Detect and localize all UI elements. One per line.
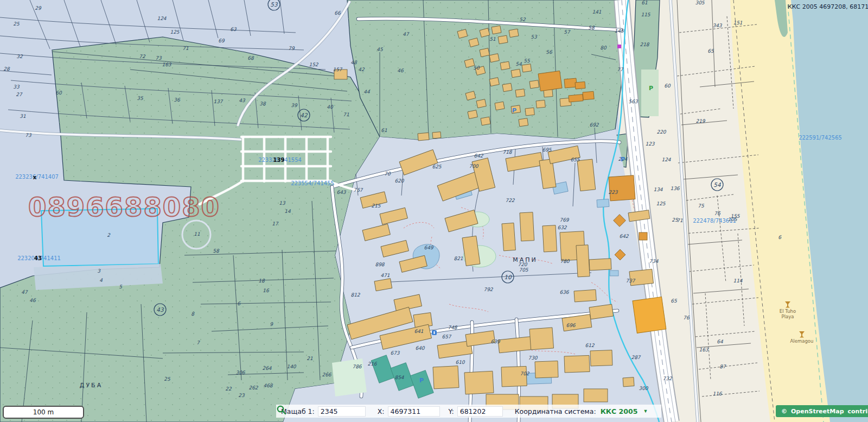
parcel-number-label: 79	[288, 46, 295, 51]
parcel-number-label: 732	[662, 376, 672, 381]
parcel-number-label: 215	[371, 203, 381, 209]
parcel-number-label: 737	[626, 278, 635, 284]
parcel-number-label: 44	[363, 89, 370, 95]
parcel-number-label: 11	[194, 231, 200, 237]
parcel-number-label: 63	[230, 27, 237, 32]
parcel-number-label: 306	[235, 370, 245, 375]
parcel-number-label: 151	[733, 20, 742, 26]
parcel-number-label: 14	[284, 209, 291, 214]
parcel-number-label: 22	[225, 386, 232, 392]
magenta-marker	[617, 45, 621, 48]
parcel-number-label: 266	[322, 372, 331, 377]
parcel-number-label: 55	[524, 58, 531, 64]
parcel-number-label: 305	[695, 0, 705, 5]
cursor-coordinates-readout: ККС 2005 4697208, 681713	[788, 3, 868, 10]
parcel-number-label: 71	[343, 112, 349, 117]
cadastral-ref-label: 222478/743611	[693, 218, 736, 224]
parcel-number-label: 47	[403, 32, 410, 37]
parcel-number-label: 75	[698, 203, 705, 209]
parcel-number-label: 47	[21, 289, 28, 295]
parcel-number-label: 649	[424, 245, 433, 250]
parcel-number-label: 748	[448, 325, 457, 330]
parcel-number-label: 123	[645, 141, 655, 147]
parcel-number-label: 16	[263, 288, 270, 293]
parcel-number-label: 769	[559, 217, 569, 223]
y-label: Y:	[449, 407, 454, 415]
parcel-number-label: 32	[16, 54, 23, 59]
parcel-number-label: 673	[390, 350, 400, 356]
parcel-number-label: 471	[380, 273, 390, 278]
parcel-number-label: 35	[137, 96, 144, 101]
parcel-number-label: 29	[35, 5, 42, 11]
parcel-number-label: 563	[628, 99, 638, 104]
parcel-number-label: 73	[155, 55, 162, 61]
parking-icon: P	[621, 156, 625, 163]
parcel-number-label: 115	[641, 12, 650, 17]
parcel-number-label: 76	[714, 211, 721, 216]
crs-dropdown-icon[interactable]: ▼	[641, 408, 650, 414]
overlay-number-label: х	[33, 174, 37, 180]
parcel-number-label: 31	[20, 114, 26, 119]
crs-label: Координатна система:	[515, 407, 596, 415]
parcel-number-label: 223	[608, 190, 618, 195]
circled-number-label: 43	[156, 306, 164, 313]
parcel-number-label: 125	[170, 29, 180, 35]
parcel-number-label: 39	[291, 103, 298, 108]
parcel-number-label: 25	[13, 21, 20, 27]
x-input[interactable]	[388, 406, 440, 417]
parcel-number-label: 722	[505, 198, 515, 203]
parcel-number-label: 40	[327, 104, 334, 110]
parcel-number-label: 61	[641, 0, 648, 5]
parcel-number-label: 640	[415, 345, 425, 351]
parcel-number-label: 136	[670, 186, 680, 191]
crs-value[interactable]: ККС 2005	[601, 407, 638, 415]
scale-bar-label: 100 m	[33, 408, 54, 416]
parcel-number-label: 145	[614, 28, 624, 34]
blue-info-marker	[432, 330, 437, 335]
parcel-number-label: 134	[653, 187, 662, 192]
parcel-number-label: 218	[640, 42, 649, 47]
parcel-number-label: 69	[218, 38, 225, 43]
parcel-number-label: 655	[570, 157, 580, 162]
parcel-number-label: 625	[432, 164, 442, 169]
parcel-number-label: 140	[286, 364, 296, 369]
scale-input[interactable]	[318, 406, 366, 417]
osm-link[interactable]: OpenStreetMap	[791, 408, 844, 415]
parcel-number-label: 46	[29, 298, 36, 303]
circled-number-label: 10	[504, 274, 512, 280]
parcel-number-label: 264	[262, 366, 271, 371]
parcel-number-label: 696	[566, 323, 576, 328]
cadastral-ref-label: 223554/741455	[291, 180, 334, 186]
parcel-number-label: 636	[559, 289, 569, 295]
attribution-suffix: contributors.	[848, 408, 868, 415]
parking-icon: P	[512, 107, 516, 114]
parcel-number-label: 72	[139, 54, 146, 59]
parcel-number-label: 786	[352, 364, 362, 369]
parcel-number-label: 854	[394, 375, 404, 380]
parcel-number-label: 718	[502, 149, 512, 155]
y-input[interactable]	[457, 406, 503, 417]
parcel-number-label: 73	[25, 133, 32, 138]
poi-label: Alemagou	[790, 338, 814, 344]
search-icon	[276, 405, 286, 415]
parcel-number-label: 643	[336, 190, 346, 195]
parcel-number-label: 70	[384, 171, 391, 177]
parcel-number-label: 71	[676, 218, 683, 223]
parcel-number-label: 343	[712, 23, 722, 28]
parcel-number-label: 812	[350, 292, 360, 298]
parcel-number-label: 657	[442, 334, 451, 339]
parcel-number-label: 60	[55, 90, 62, 96]
place-name-label: ДУБА	[80, 382, 103, 389]
parcel-number-label: 45	[376, 47, 384, 52]
parcel-number-label: 639	[490, 339, 500, 344]
parcel-number-label: 116	[712, 391, 722, 396]
parcel-number-label: 27	[16, 92, 23, 97]
osm-attribution: © OpenStreetMap contributors.	[776, 405, 868, 417]
map-canvas[interactable]: 2925124125716369327273163687928603327317…	[0, 0, 868, 422]
parcel-number-label: 157	[333, 67, 342, 72]
parking-icon: P	[649, 85, 653, 92]
parcel-number-label: 141	[592, 9, 601, 15]
parcel-number-label: 58	[213, 248, 220, 254]
parcel-number-label: 65	[671, 298, 678, 304]
parcel-number-label: 52	[519, 17, 526, 22]
